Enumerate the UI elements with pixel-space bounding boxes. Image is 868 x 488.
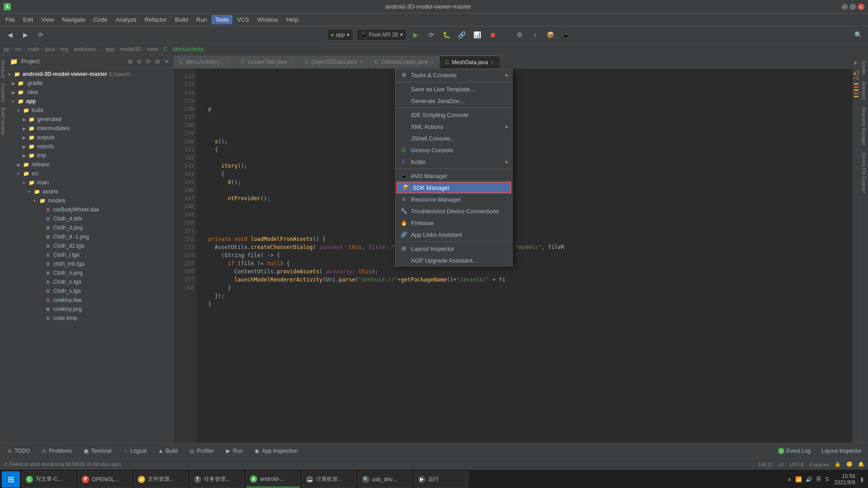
breadcrumb-file[interactable]: MenuActivity... [173,46,208,52]
event-log-button[interactable]: 2 Event Log [775,446,813,455]
system-clock[interactable]: 15:58 2021/9/9 [834,473,855,486]
close-button[interactable]: ✕ [858,4,864,10]
taskbar-app-run[interactable]: ▶ 运行 [414,471,468,488]
tab-close-colladaloader[interactable]: ✕ [430,60,434,65]
menu-item-resource-manager[interactable]: ≡ Resource Manager [396,193,512,205]
sync-project-button[interactable]: ⟳ [146,58,151,65]
status-line-sep[interactable]: LF [778,462,784,467]
todo-button[interactable]: ≡ TODO [4,446,33,455]
debug-button[interactable]: 🐛 [440,28,453,41]
gradle-panel-button[interactable]: Gradle [860,57,867,78]
tree-item-cloth-png[interactable]: ▶ 🗎 Cloth_d.png [6,223,173,232]
tree-item-cowboy-png[interactable]: ▶ 🗎 cowboy.png [6,305,173,314]
breadcrumb-org[interactable]: org [60,46,68,52]
menu-item-kotlin[interactable]: K Kotlin [396,156,512,168]
menu-item-troubleshoot[interactable]: 🔧 Troubleshoot Device Connections [396,205,512,217]
device-file-explorer-button[interactable]: Device File Explorer [860,149,867,197]
tree-item-gradle[interactable]: ▶ 📁 .gradle [6,79,173,88]
tab-more-button[interactable]: ▾ [852,58,859,68]
status-encoding[interactable]: UTF-8 [790,462,804,467]
structure-tab[interactable]: Structure [0,57,6,81]
taskbar-app-opengl[interactable]: P OPENGL... [78,471,132,488]
settings-project-button[interactable]: ⚙ [155,58,160,65]
tab-close-loadertask[interactable]: ✕ [290,60,293,65]
back-button[interactable]: ◀ [4,28,16,41]
menu-item-ide-scripting[interactable]: IDE Scripting Console [396,109,512,121]
menu-refactor[interactable]: Refactor [141,15,170,24]
tree-item-intermediates[interactable]: ▶ 📁 intermediates [6,124,173,133]
refresh-button[interactable]: ⟳ [34,28,47,41]
collapse-all-button[interactable]: ⊖ [137,58,142,65]
problems-button[interactable]: ⚠ Problems [38,446,75,455]
tree-item-reports[interactable]: ▶ 📁 reports [6,142,173,151]
tree-item-cloth-l-tga[interactable]: ▶ 🗎 Cloth_l.tga [6,250,173,259]
app-inspection-button[interactable]: ◉ App Inspection [251,446,300,455]
tree-item-app[interactable]: ▾ 📁 app [6,97,173,106]
taskbar-app-taskmgr[interactable]: T 任务管理... [190,471,244,488]
tree-item-cloth-n-png[interactable]: ▶ 🗎 Cloth_n.png [6,268,173,277]
status-position[interactable]: 146:12 [758,462,773,467]
layout-inspector-bottom-button[interactable]: Layout Inspector [819,446,864,455]
menu-item-javadoc[interactable]: Generate JavaDoc... [396,95,512,107]
assistant-panel-button[interactable]: Assistant [860,78,867,103]
tree-item-cloth-mb-tga[interactable]: ▶ 🗎 cloth_mb.tga [6,259,173,268]
logcat-button[interactable]: ○ Logcat [120,446,150,455]
menu-item-firebase[interactable]: 🔥 Firebase [396,217,512,229]
breadcrumb-pp[interactable]: pp [4,46,9,52]
menu-file[interactable]: File [2,15,19,24]
tree-item-generated[interactable]: ▶ 📁 generated [6,115,173,124]
app-config-select[interactable]: ● app ▾ [327,29,354,41]
menu-item-tasks[interactable]: ⚙ Tasks & Contexts [396,69,512,81]
attach-debugger-button[interactable]: 🔗 [456,28,468,41]
tab-close-meshdata[interactable]: ✕ [491,60,494,65]
sdk-manager-button[interactable]: 📦 [544,28,557,41]
tree-item-release[interactable]: ▶ 📁 release [6,160,173,169]
tab-colladaloader[interactable]: C ColladaLoader.java ✕ [369,56,439,68]
avd-manager-button[interactable]: 📱 [560,28,572,41]
menu-item-jshell[interactable]: JShell Console... [396,132,512,144]
sync-button[interactable]: ↕ [529,28,542,41]
tab-meshdata[interactable]: C MeshData.java ✕ [440,56,500,68]
breadcrumb-c[interactable]: C [163,46,167,52]
maximize-button[interactable]: □ [850,4,856,10]
tree-item-cloth-n-tga[interactable]: ▶ 🗎 Cloth_n.tga [6,277,173,286]
terminal-button[interactable]: ▣ Terminal [80,446,114,455]
menu-vcs[interactable]: VCS [233,15,253,24]
tab-close-menuactivity[interactable]: ✕ [226,60,230,65]
tree-item-src[interactable]: ▾ 📁 src [6,169,173,178]
taskbar-app-chrome[interactable]: C 写文章-C... [22,471,76,488]
breadcrumb-main[interactable]: main [28,46,39,52]
tab-object3ddata[interactable]: C Object3DData.java ✕ [299,56,369,68]
menu-item-sdk[interactable]: 📦 SDK Manager [396,182,511,193]
menu-run[interactable]: Run [193,15,211,24]
taskbar-app-usb[interactable]: 🔍 usb_driv... [358,471,412,488]
tree-item-idea[interactable]: ▶ 📁 .idea [6,88,173,97]
tree-item-cloth-dds[interactable]: ▶ 🗎 Cloth_d.dds [6,214,173,223]
menu-help[interactable]: Help [283,15,302,24]
tree-item-outputs[interactable]: ▶ 📁 outputs [6,133,173,142]
search-everywhere-button[interactable]: 🔍 [852,28,864,41]
tree-root[interactable]: ▾ 📁 android-3D-model-viewer-master E:\op… [6,70,173,79]
taskbar-app-android[interactable]: A android-... [246,471,300,488]
tab-loadertask[interactable]: C LoaderTask.java ✕ [236,56,299,68]
menu-edit[interactable]: Edit [19,15,37,24]
code-editor[interactable]: p s(); { itory(); { d(); ntProvider(); p… [196,69,853,443]
refresh-run-button[interactable]: ⟳ [425,28,438,41]
tab-close-object3ddata[interactable]: ✕ [359,60,363,65]
tree-item-tmp[interactable]: ▶ 📁 tmp [6,151,173,160]
forward-button[interactable]: ▶ [19,28,32,41]
breadcrumb-java[interactable]: java [45,46,55,52]
stop-button[interactable]: ⏹ [486,28,499,41]
build-button[interactable]: ▲ Build [155,446,181,455]
add-project-button[interactable]: ⊕ [127,58,133,65]
breadcrumb-model3d[interactable]: model3D [120,46,142,52]
menu-view[interactable]: View [38,15,57,24]
status-indent[interactable]: 4 spaces [809,462,829,467]
tree-item-assets[interactable]: ▾ 📁 assets [6,187,173,196]
build-variants-tab[interactable]: Build Variants [0,105,6,138]
tab-menuactivity[interactable]: C MenuActivity.j... ✕ [174,56,236,68]
breadcrumb-view[interactable]: view [147,46,158,52]
menu-tools[interactable]: Tools [212,15,232,24]
show-desktop-button[interactable]: ▮ [857,471,866,488]
tree-item-main[interactable]: ▾ 📁 main [6,178,173,187]
